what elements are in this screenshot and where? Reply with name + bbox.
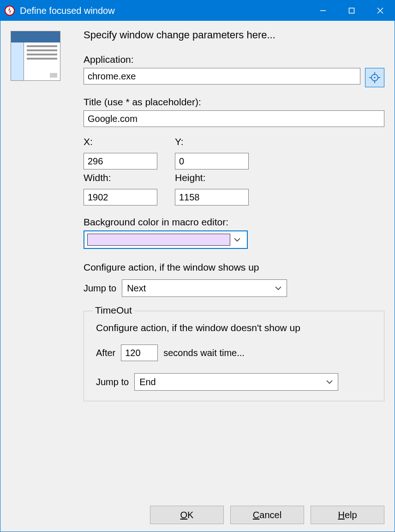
x-input[interactable] (84, 153, 157, 169)
crosshair-icon (369, 72, 381, 84)
seconds-wait-label: seconds wait time... (163, 348, 245, 358)
y-input[interactable] (175, 153, 249, 169)
bgcolor-combo[interactable] (84, 230, 248, 249)
jump-show-value: Next (127, 283, 146, 294)
jump-to-label-timeout: Jump to (96, 377, 129, 387)
timeout-seconds-input[interactable] (121, 345, 158, 361)
target-picker-button[interactable] (365, 68, 384, 87)
jump-timeout-select[interactable]: End (134, 373, 338, 391)
close-button[interactable] (366, 0, 395, 21)
bgcolor-label: Background color in macro editor: (84, 217, 384, 228)
titlebar: Define focused window (0, 0, 395, 21)
x-label: X: (84, 136, 162, 147)
svg-point-6 (374, 77, 375, 78)
button-row: OK Cancel Help (0, 506, 395, 532)
title-input[interactable] (84, 110, 384, 127)
application-label: Application: (84, 54, 384, 65)
height-label: Height: (175, 172, 253, 183)
window-controls (309, 0, 395, 21)
app-icon (4, 5, 15, 16)
minimize-button[interactable] (309, 0, 337, 21)
svg-rect-2 (349, 8, 354, 13)
color-swatch (87, 234, 230, 246)
dialog-window: Define focused window (0, 0, 395, 532)
jump-to-label: Jump to (84, 283, 116, 294)
ok-button[interactable]: OK (150, 506, 224, 524)
application-input[interactable] (84, 68, 360, 85)
window-title: Define focused window (20, 6, 309, 16)
after-label: After (96, 348, 115, 358)
chevron-down-icon (275, 286, 282, 290)
title-label: Title (use * as placeholder): (84, 97, 384, 108)
help-button[interactable]: Help (311, 506, 384, 524)
chevron-down-icon (230, 237, 244, 242)
cancel-button[interactable]: Cancel (230, 506, 304, 524)
width-input[interactable] (84, 189, 157, 206)
height-input[interactable] (175, 189, 249, 206)
configure-noshow-label: Configure action, if the window doesn't … (96, 322, 372, 333)
chevron-down-icon (326, 380, 333, 384)
timeout-fieldset: TimeOut Configure action, if the window … (84, 311, 384, 401)
dialog-heading: Specify window change parameters here... (84, 29, 384, 41)
y-label: Y: (175, 136, 253, 147)
maximize-button[interactable] (337, 0, 366, 21)
width-label: Width: (84, 172, 162, 183)
configure-show-label: Configure action, if the window shows up (84, 262, 384, 273)
window-illustration-icon (11, 31, 60, 81)
jump-timeout-value: End (139, 377, 156, 387)
timeout-legend: TimeOut (92, 305, 135, 316)
jump-show-select[interactable]: Next (122, 279, 287, 297)
